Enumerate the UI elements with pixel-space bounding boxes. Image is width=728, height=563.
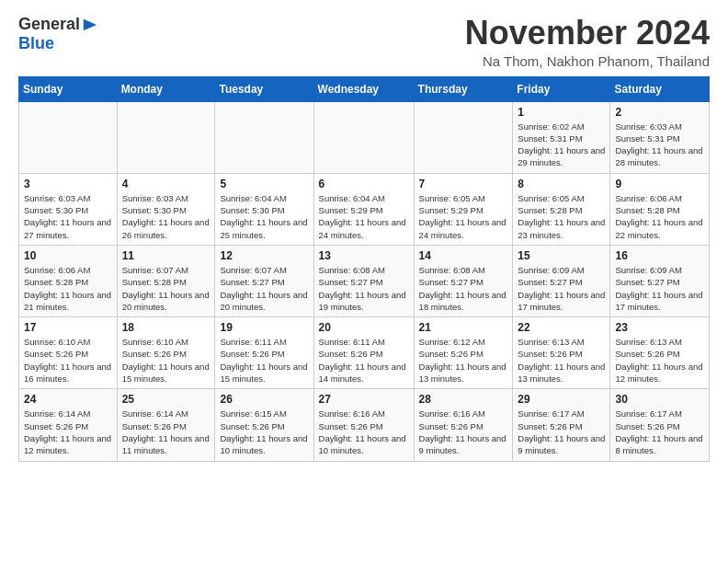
column-header-thursday: Thursday	[414, 76, 513, 101]
calendar-cell: 11Sunrise: 6:07 AMSunset: 5:28 PMDayligh…	[117, 245, 215, 316]
day-info: Sunrise: 6:14 AMSunset: 5:26 PMDaylight:…	[122, 408, 210, 456]
day-number: 13	[319, 249, 409, 262]
day-info: Sunrise: 6:16 AMSunset: 5:26 PMDaylight:…	[419, 408, 508, 456]
calendar-week-row: 1Sunrise: 6:02 AMSunset: 5:31 PMDaylight…	[19, 101, 710, 173]
day-number: 18	[122, 321, 210, 334]
calendar-cell: 14Sunrise: 6:08 AMSunset: 5:27 PMDayligh…	[414, 245, 513, 316]
column-header-friday: Friday	[513, 76, 610, 101]
day-info: Sunrise: 6:07 AMSunset: 5:27 PMDaylight:…	[220, 264, 308, 313]
calendar-cell: 15Sunrise: 6:09 AMSunset: 5:27 PMDayligh…	[513, 245, 610, 316]
day-info: Sunrise: 6:09 AMSunset: 5:27 PMDaylight:…	[518, 264, 605, 313]
day-info: Sunrise: 6:02 AMSunset: 5:31 PMDaylight:…	[518, 121, 605, 169]
day-number: 28	[419, 393, 508, 406]
day-number: 16	[615, 249, 704, 262]
day-number: 6	[319, 178, 409, 190]
calendar-cell: 13Sunrise: 6:08 AMSunset: 5:27 PMDayligh…	[313, 245, 414, 316]
day-number: 12	[220, 249, 308, 262]
calendar-cell: 25Sunrise: 6:14 AMSunset: 5:26 PMDayligh…	[117, 389, 215, 461]
calendar-cell: 6Sunrise: 6:04 AMSunset: 5:29 PMDaylight…	[313, 173, 414, 245]
calendar-cell: 18Sunrise: 6:10 AMSunset: 5:26 PMDayligh…	[117, 317, 215, 389]
calendar-cell: 22Sunrise: 6:13 AMSunset: 5:26 PMDayligh…	[513, 317, 610, 389]
calendar-cell: 28Sunrise: 6:16 AMSunset: 5:26 PMDayligh…	[414, 389, 513, 461]
day-info: Sunrise: 6:16 AMSunset: 5:26 PMDaylight:…	[319, 408, 409, 456]
day-number: 3	[24, 178, 112, 190]
calendar-cell: 23Sunrise: 6:13 AMSunset: 5:26 PMDayligh…	[610, 317, 710, 389]
logo-flag-icon	[82, 17, 98, 33]
calendar-cell: 20Sunrise: 6:11 AMSunset: 5:26 PMDayligh…	[313, 317, 414, 389]
day-number: 23	[615, 321, 704, 334]
logo: General Blue	[18, 15, 98, 53]
calendar-cell: 9Sunrise: 6:06 AMSunset: 5:28 PMDaylight…	[610, 173, 710, 245]
column-header-tuesday: Tuesday	[215, 76, 313, 101]
day-info: Sunrise: 6:04 AMSunset: 5:29 PMDaylight:…	[319, 192, 409, 241]
calendar-cell: 2Sunrise: 6:03 AMSunset: 5:31 PMDaylight…	[610, 101, 710, 173]
page-header: General Blue November 2024 Na Thom, Nakh…	[18, 15, 710, 69]
day-number: 7	[419, 178, 508, 190]
day-info: Sunrise: 6:15 AMSunset: 5:26 PMDaylight:…	[220, 408, 308, 456]
day-info: Sunrise: 6:03 AMSunset: 5:30 PMDaylight:…	[122, 192, 210, 241]
calendar-cell: 3Sunrise: 6:03 AMSunset: 5:30 PMDaylight…	[19, 173, 118, 245]
calendar-cell: 5Sunrise: 6:04 AMSunset: 5:30 PMDaylight…	[215, 173, 313, 245]
day-info: Sunrise: 6:12 AMSunset: 5:26 PMDaylight:…	[419, 336, 508, 385]
column-header-sunday: Sunday	[19, 76, 118, 101]
logo-general-text: General	[18, 15, 80, 34]
day-info: Sunrise: 6:13 AMSunset: 5:26 PMDaylight:…	[615, 336, 704, 385]
day-number: 20	[319, 321, 409, 334]
calendar-week-row: 24Sunrise: 6:14 AMSunset: 5:26 PMDayligh…	[19, 389, 710, 461]
day-number: 2	[615, 106, 704, 119]
calendar-cell: 10Sunrise: 6:06 AMSunset: 5:28 PMDayligh…	[19, 245, 118, 316]
calendar-cell: 24Sunrise: 6:14 AMSunset: 5:26 PMDayligh…	[19, 389, 118, 461]
calendar-cell: 21Sunrise: 6:12 AMSunset: 5:26 PMDayligh…	[414, 317, 513, 389]
day-info: Sunrise: 6:07 AMSunset: 5:28 PMDaylight:…	[122, 264, 210, 313]
calendar-cell	[414, 101, 513, 173]
day-info: Sunrise: 6:17 AMSunset: 5:26 PMDaylight:…	[518, 408, 605, 456]
day-info: Sunrise: 6:03 AMSunset: 5:31 PMDaylight:…	[615, 121, 704, 169]
day-info: Sunrise: 6:05 AMSunset: 5:28 PMDaylight:…	[518, 192, 605, 241]
day-number: 22	[518, 321, 605, 334]
day-number: 21	[419, 321, 508, 334]
calendar-cell: 7Sunrise: 6:05 AMSunset: 5:29 PMDaylight…	[414, 173, 513, 245]
day-info: Sunrise: 6:14 AMSunset: 5:26 PMDaylight:…	[24, 408, 112, 456]
day-info: Sunrise: 6:03 AMSunset: 5:30 PMDaylight:…	[24, 192, 112, 241]
day-info: Sunrise: 6:05 AMSunset: 5:29 PMDaylight:…	[419, 192, 508, 241]
location-subtitle: Na Thom, Nakhon Phanom, Thailand	[465, 53, 710, 69]
column-header-saturday: Saturday	[610, 76, 710, 101]
calendar-cell: 17Sunrise: 6:10 AMSunset: 5:26 PMDayligh…	[19, 317, 118, 389]
column-header-wednesday: Wednesday	[313, 76, 414, 101]
day-info: Sunrise: 6:10 AMSunset: 5:26 PMDaylight:…	[122, 336, 210, 385]
calendar-week-row: 17Sunrise: 6:10 AMSunset: 5:26 PMDayligh…	[19, 317, 710, 389]
day-number: 9	[615, 178, 704, 190]
calendar-cell: 30Sunrise: 6:17 AMSunset: 5:26 PMDayligh…	[610, 389, 710, 461]
day-number: 15	[518, 249, 605, 262]
calendar-cell	[215, 101, 313, 173]
day-number: 27	[319, 393, 409, 406]
calendar-cell: 1Sunrise: 6:02 AMSunset: 5:31 PMDaylight…	[513, 101, 610, 173]
day-number: 14	[419, 249, 508, 262]
calendar-week-row: 10Sunrise: 6:06 AMSunset: 5:28 PMDayligh…	[19, 245, 710, 316]
calendar-cell	[19, 101, 118, 173]
day-number: 25	[122, 393, 210, 406]
day-info: Sunrise: 6:04 AMSunset: 5:30 PMDaylight:…	[220, 192, 308, 241]
day-number: 29	[518, 393, 605, 406]
month-title: November 2024	[465, 15, 710, 52]
day-info: Sunrise: 6:11 AMSunset: 5:26 PMDaylight:…	[220, 336, 308, 385]
title-block: November 2024 Na Thom, Nakhon Phanom, Th…	[465, 15, 710, 69]
calendar-cell: 29Sunrise: 6:17 AMSunset: 5:26 PMDayligh…	[513, 389, 610, 461]
day-info: Sunrise: 6:06 AMSunset: 5:28 PMDaylight:…	[24, 264, 112, 313]
day-number: 26	[220, 393, 308, 406]
logo-blue-text: Blue	[18, 34, 54, 53]
day-info: Sunrise: 6:17 AMSunset: 5:26 PMDaylight:…	[615, 408, 704, 456]
calendar-cell: 8Sunrise: 6:05 AMSunset: 5:28 PMDaylight…	[513, 173, 610, 245]
calendar-cell	[313, 101, 414, 173]
calendar-cell: 16Sunrise: 6:09 AMSunset: 5:27 PMDayligh…	[610, 245, 710, 316]
day-number: 17	[24, 321, 112, 334]
day-info: Sunrise: 6:09 AMSunset: 5:27 PMDaylight:…	[615, 264, 704, 313]
day-number: 24	[24, 393, 112, 406]
day-number: 10	[24, 249, 112, 262]
calendar-cell	[117, 101, 215, 173]
day-number: 11	[122, 249, 210, 262]
day-info: Sunrise: 6:11 AMSunset: 5:26 PMDaylight:…	[319, 336, 409, 385]
day-info: Sunrise: 6:08 AMSunset: 5:27 PMDaylight:…	[419, 264, 508, 313]
day-number: 4	[122, 178, 210, 190]
day-number: 5	[220, 178, 308, 190]
